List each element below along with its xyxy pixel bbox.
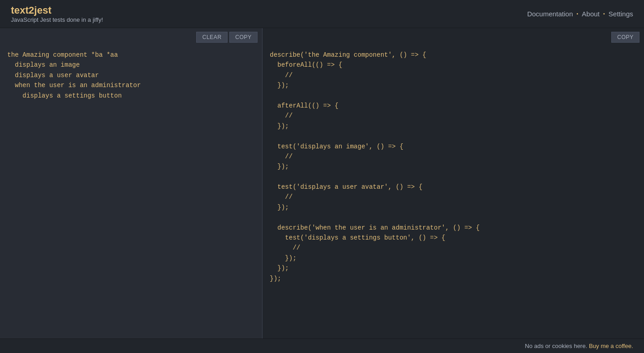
footer-link[interactable]: Buy me a coffee. bbox=[589, 343, 633, 349]
output-code: describe('the Amazing component', () => … bbox=[270, 50, 637, 284]
main-content: CLEAR COPY the Amazing component *ba *aa… bbox=[0, 28, 644, 338]
left-copy-button[interactable]: COPY bbox=[229, 32, 258, 43]
output-code-area: describe('the Amazing component', () => … bbox=[263, 46, 644, 338]
left-panel: CLEAR COPY the Amazing component *ba *aa… bbox=[0, 28, 263, 338]
right-copy-button[interactable]: COPY bbox=[611, 32, 639, 43]
main-nav: Documentation • About • Settings bbox=[527, 10, 633, 18]
footer-text: No ads or cookies here. bbox=[525, 343, 587, 349]
left-toolbar: CLEAR COPY bbox=[0, 28, 262, 46]
app-header: text2jest JavaScript Jest tests done in … bbox=[0, 0, 644, 28]
nav-dot-1: • bbox=[577, 11, 579, 16]
app-title: text2jest bbox=[11, 5, 103, 16]
right-toolbar: COPY bbox=[263, 28, 644, 46]
clear-button[interactable]: CLEAR bbox=[196, 32, 228, 43]
nav-documentation[interactable]: Documentation bbox=[527, 10, 573, 18]
app-footer: No ads or cookies here. Buy me a coffee. bbox=[0, 338, 644, 353]
app-subtitle: JavaScript Jest tests done in a jiffy! bbox=[11, 16, 103, 23]
app-branding: text2jest JavaScript Jest tests done in … bbox=[11, 5, 103, 23]
nav-about[interactable]: About bbox=[582, 10, 599, 18]
right-panel: COPY describe('the Amazing component', (… bbox=[263, 28, 644, 338]
input-code: the Amazing component *ba *aa displays a… bbox=[7, 50, 255, 101]
nav-dot-2: • bbox=[603, 11, 605, 16]
nav-settings[interactable]: Settings bbox=[609, 10, 633, 18]
input-code-area[interactable]: the Amazing component *ba *aa displays a… bbox=[0, 46, 262, 338]
